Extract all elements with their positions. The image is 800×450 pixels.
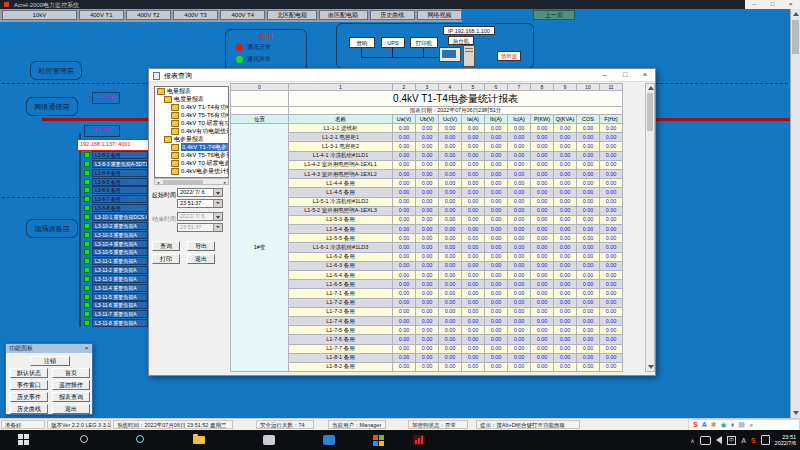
exit-button[interactable]: 退出	[187, 254, 215, 264]
maximize-icon[interactable]: □	[763, 0, 781, 9]
tree-item-label[interactable]: 电度量报表	[174, 95, 204, 103]
report-query-button[interactable]: 报表查询	[52, 392, 90, 402]
tree-item[interactable]: 0.4kV T1-T4电参量统计	[155, 143, 228, 151]
feeder-item[interactable]: L3-8-4 备用	[92, 169, 148, 177]
tree-item[interactable]: 0.4kV T0 研发有功电能	[155, 119, 228, 127]
acrel-app-icon[interactable]	[413, 434, 426, 446]
end-time-spinner[interactable]: 23:51:37	[177, 223, 223, 232]
tab-6[interactable]: 北区配电箱	[267, 10, 316, 20]
table-vscrollbar[interactable]	[645, 83, 655, 372]
feeder-item[interactable]: L3-8-6 备用	[92, 186, 148, 194]
scroll-up-icon[interactable]	[793, 12, 799, 16]
close-icon[interactable]: ×	[82, 344, 91, 353]
print-button[interactable]: 打印	[152, 254, 180, 264]
export-button[interactable]: 导出	[187, 241, 215, 251]
dropdown-icon[interactable]	[213, 213, 222, 220]
feeder-item[interactable]: L3-11-8 重要负荷A	[92, 319, 148, 327]
scroll-thumb[interactable]	[792, 20, 799, 54]
exit-button[interactable]: 退出	[52, 404, 90, 414]
default-state-button[interactable]: 默认状态	[10, 368, 48, 378]
tree-item-label[interactable]: 0.4kV T5-T6电参量统计	[181, 151, 229, 159]
feeder-item[interactable]: L3-11-7 重要负荷A	[92, 310, 148, 318]
feeder-item[interactable]: L3-8-8 备用	[92, 204, 148, 212]
dropdown-icon[interactable]	[213, 189, 222, 196]
tree-item[interactable]: 电参量报表	[155, 135, 228, 143]
ime-a-icon[interactable]: A	[741, 437, 746, 444]
scroll-thumb[interactable]	[647, 93, 653, 131]
ime-lang-icon[interactable]: 中	[727, 436, 737, 445]
cortana-icon[interactable]	[136, 434, 149, 446]
scroll-down-icon[interactable]	[648, 365, 654, 369]
mic-icon[interactable]: ♦	[731, 420, 735, 430]
close-icon[interactable]: ×	[782, 0, 800, 9]
history-curve-button[interactable]: 历史曲线	[10, 404, 48, 414]
feeder-item[interactable]: L3-10-1 重要负荷DCS A	[92, 213, 148, 221]
home-button[interactable]: 首页	[52, 368, 90, 378]
tree-item[interactable]: 电量报表	[155, 87, 228, 95]
start-time-spinner[interactable]: 23:51:37	[177, 199, 223, 208]
feeder-item[interactable]: L3-8-5 备用	[92, 178, 148, 186]
scroll-thumb[interactable]	[163, 180, 203, 184]
minimize-icon[interactable]: –	[745, 0, 763, 9]
report-tree[interactable]: 电量报表电度量报表0.4kV T1-T4有功电能统0.4kV T5-T6有功电能…	[154, 86, 229, 178]
tree-item-label[interactable]: 0.4kV T0 研发有功电能	[181, 119, 229, 127]
tab-8[interactable]: 历史曲线	[370, 10, 415, 20]
file-explorer-icon[interactable]	[193, 434, 206, 446]
star-icon[interactable]: ✱	[711, 420, 717, 430]
speaker-icon[interactable]	[716, 436, 722, 444]
feeder-item[interactable]: L3-10-3 重要负荷A	[92, 231, 148, 239]
feeder-item[interactable]: L3-11-5 重要负荷A	[92, 293, 148, 301]
tree-item[interactable]: 电度量报表	[155, 95, 228, 103]
tab-3[interactable]: 400V T2	[126, 10, 171, 20]
tree-item[interactable]: 0.4kV T0 研发电参量统	[155, 159, 228, 167]
tree-item-label[interactable]: 0.4kV T5-T6有功电能统	[181, 111, 229, 119]
dialog-titlebar[interactable]: 报表查询 – □ ×	[149, 69, 655, 82]
tree-item[interactable]: 0.4kV T5-T6电参量统计	[155, 151, 228, 159]
tree-item[interactable]: 0.4kV T1-T4有功电能统	[155, 103, 228, 111]
tab-9[interactable]: 网络视频	[417, 10, 462, 20]
feeder-item[interactable]: L3-11-3 重要负荷A	[92, 275, 148, 283]
dialog-close-icon[interactable]: ×	[635, 69, 655, 82]
query-button[interactable]: 查询	[152, 241, 180, 251]
start-icon[interactable]	[18, 434, 31, 446]
feeder-item[interactable]: L3-11-2 重要负荷A	[92, 266, 148, 274]
chat-icon[interactable]	[700, 436, 711, 445]
dialog-minimize-icon[interactable]: –	[595, 69, 615, 82]
feeder-item[interactable]: L3-8-2 备用	[92, 151, 148, 159]
function-panel-title[interactable]: 功能面板	[6, 344, 92, 353]
spinner-icon[interactable]	[213, 224, 222, 231]
tray-clock[interactable]: 23:512022/7/6	[775, 434, 796, 447]
tree-item-label[interactable]: 0.4kV有功电能统计报表	[181, 127, 229, 135]
clipboard-icon[interactable]: ▤	[738, 420, 745, 430]
user-icon[interactable]: ●	[749, 420, 753, 430]
feeder-item[interactable]: L3-10-2 重要负荷A	[92, 222, 148, 230]
event-window-button[interactable]: 事件窗口	[10, 380, 48, 390]
end-date-combobox[interactable]: 2022/ 7/ 6	[177, 212, 223, 221]
logout-button[interactable]: 注销	[30, 356, 70, 366]
tree-hscrollbar[interactable]: ◄ ►	[154, 178, 229, 185]
sogou-s-icon[interactable]: S	[751, 437, 756, 444]
remote-control-button[interactable]: 遥控操作	[52, 380, 90, 390]
sogou-s-icon[interactable]: S	[693, 420, 698, 430]
feeder-item[interactable]: L3-11-6 重要负荷A	[92, 301, 148, 309]
app-vertical-scrollbar[interactable]	[790, 9, 800, 418]
tree-item-label[interactable]: 电参量报表	[174, 135, 204, 143]
microsoft-store-icon[interactable]	[373, 434, 386, 446]
tree-item[interactable]: 0.4kV电参量统计报表	[155, 167, 228, 175]
tab-1[interactable]: 10kV	[2, 10, 77, 20]
start-date-combobox[interactable]: 2022/ 7/ 6	[177, 188, 223, 197]
feeder-item[interactable]: L3-8-7 备用	[92, 195, 148, 203]
tab-4[interactable]: 400V T3	[173, 10, 218, 20]
history-events-button[interactable]: 历史事件	[10, 392, 48, 402]
tree-item-label[interactable]: 电量报表	[167, 87, 191, 95]
tree-item-label[interactable]: 0.4kV T0 研发电参量统	[181, 159, 229, 167]
tree-item-label[interactable]: 0.4kV电参量统计报表	[181, 167, 229, 175]
notifications-icon[interactable]	[761, 435, 770, 445]
dialog-maximize-icon[interactable]: □	[615, 69, 635, 82]
scroll-right-icon[interactable]: ►	[223, 180, 227, 185]
feeder-item[interactable]: L3-8-3 重要负荷A-5DT1	[92, 160, 148, 168]
spinner-icon[interactable]	[213, 200, 222, 207]
tree-item-label[interactable]: 0.4kV T1-T4有功电能统	[181, 103, 229, 111]
feeder-item[interactable]: L3-10-5 重要负荷A	[92, 248, 148, 256]
tree-item-label[interactable]: 0.4kV T1-T4电参量统计	[181, 143, 229, 151]
